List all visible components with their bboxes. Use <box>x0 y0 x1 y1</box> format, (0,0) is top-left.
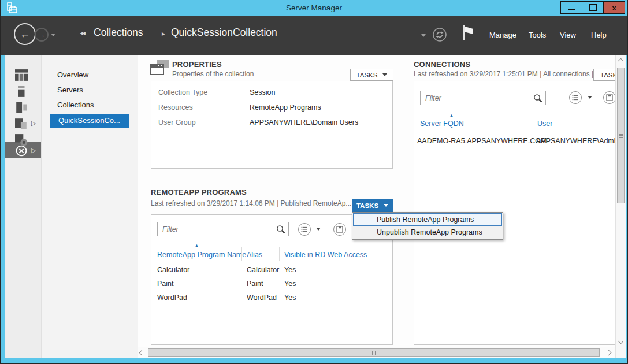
scroll-left-button[interactable] <box>140 351 144 355</box>
column-header-user[interactable]: User <box>537 120 552 128</box>
list-icon <box>301 226 308 233</box>
scroll-down-button[interactable] <box>619 339 623 343</box>
horizontal-scrollbar <box>138 347 615 358</box>
scroll-right-button[interactable] <box>607 351 611 355</box>
column-header-server-fqdn[interactable]: Server FQDN <box>420 120 464 128</box>
scroll-up-button[interactable] <box>619 59 623 63</box>
nav-pane: Overview Servers Collections QuickSessio… <box>42 55 138 358</box>
breadcrumb-separator-icon: ▸ <box>162 29 165 38</box>
sidebar-item-file-storage-icon[interactable] <box>15 117 28 130</box>
tasks-dropdown-menu: Publish RemoteApp Programs Unpublish Rem… <box>352 212 503 240</box>
content-area: ▷ ▷ Overview Servers Collections QuickSe… <box>5 55 620 358</box>
breadcrumb-current: QuickSessionCollection <box>171 27 277 39</box>
navpane-item-quicksessioncollection-selected[interactable]: QuickSessionCo... <box>50 114 129 128</box>
sidebar-item-all-servers-icon[interactable] <box>15 101 28 114</box>
column-divider <box>363 247 363 261</box>
list-icon <box>572 94 579 101</box>
rds-expand-icon[interactable]: ▷ <box>31 147 36 154</box>
menu-tools[interactable]: Tools <box>529 31 546 39</box>
column-divider <box>279 247 280 261</box>
file-storage-expand-icon[interactable]: ▷ <box>31 120 36 127</box>
refresh-dropdown-icon[interactable] <box>421 34 426 37</box>
menu-item-publish-remoteapp-programs[interactable]: Publish RemoteApp Programs <box>353 213 502 226</box>
table-row[interactable]: Calculator Calculator Yes <box>151 266 392 277</box>
list-view-caret-icon[interactable] <box>588 96 592 99</box>
forward-button[interactable]: → <box>35 28 49 42</box>
maximize-button[interactable] <box>582 2 604 13</box>
properties-box: Collection Type Session Resources Remote… <box>151 81 393 169</box>
history-dropdown-icon[interactable] <box>51 34 55 36</box>
tasks-caret-icon <box>382 73 387 76</box>
connections-filter-input[interactable] <box>420 91 546 105</box>
search-icon[interactable] <box>533 94 542 103</box>
properties-tasks-button[interactable]: TASKS <box>350 69 393 81</box>
menu-view[interactable]: View <box>560 31 576 39</box>
menu-item-unpublish-remoteapp-programs[interactable]: Unpublish RemoteApp Programs <box>353 226 502 239</box>
scrollbar-grip <box>619 134 623 138</box>
menu-manage[interactable]: Manage <box>489 31 516 39</box>
connections-title: CONNECTIONS <box>414 60 470 69</box>
sidebar-item-dashboard-icon[interactable] <box>15 69 28 81</box>
vertical-scrollbar <box>615 55 626 358</box>
prop-value-collection-type: Session <box>250 88 275 96</box>
window-title: Server Manager <box>1 3 627 12</box>
sidebar-item-local-server-icon[interactable] <box>15 85 28 98</box>
search-icon[interactable] <box>276 225 285 234</box>
list-view-options-button[interactable] <box>569 91 582 104</box>
prop-label-user-group: User Group <box>158 118 196 127</box>
navpane-item-overview[interactable]: Overview <box>42 68 137 82</box>
toolbar-divider <box>151 246 392 246</box>
refresh-icon[interactable] <box>432 27 447 42</box>
table-row[interactable]: Paint Paint Yes <box>151 280 392 291</box>
column-divider <box>533 116 533 130</box>
menu-help[interactable]: Help <box>591 31 607 39</box>
table-row[interactable]: AADEMO-RA5.APPSANYWHERE.COM APPSANYWHERE… <box>414 137 615 148</box>
connections-refreshed-text: Last refreshed on 3/29/2017 1:25:01 PM |… <box>414 70 593 78</box>
sort-ascending-icon[interactable]: ▲ <box>449 113 454 118</box>
minimize-icon <box>568 9 575 10</box>
remoteapp-filter-input[interactable] <box>157 222 289 236</box>
properties-subtitle: Properties of the collection <box>172 70 254 78</box>
notifications-flag-icon[interactable] <box>461 24 475 42</box>
close-icon: x <box>612 4 616 12</box>
properties-title: PROPERTIES <box>172 60 222 69</box>
table-row[interactable]: WordPad WordPad Yes <box>151 294 392 305</box>
breadcrumb-up-icon[interactable]: ◂◂ <box>80 29 84 37</box>
save-icon <box>606 94 613 101</box>
prop-label-resources: Resources <box>158 103 193 112</box>
vertical-scrollbar-thumb[interactable] <box>617 68 625 203</box>
navigation-bar: ← → ◂◂ Collections ▸ QuickSessionCollect… <box>1 16 627 55</box>
list-view-caret-icon[interactable] <box>316 228 321 231</box>
save-icon <box>336 226 343 233</box>
back-button[interactable]: ← <box>14 23 36 45</box>
prop-value-resources: RemoteApp Programs <box>250 103 321 112</box>
remoteapp-title: REMOTEAPP PROGRAMS <box>151 188 247 196</box>
save-view-button[interactable] <box>603 91 615 104</box>
breadcrumb-collections[interactable]: Collections <box>94 27 143 39</box>
sidebar-item-remote-desktop-services-icon[interactable] <box>15 144 28 157</box>
properties-tile-icon <box>150 60 171 77</box>
scrollbar-grip <box>372 351 376 355</box>
column-header-remoteapp-name[interactable]: RemoteApp Program Name <box>157 251 246 259</box>
maximize-icon <box>589 4 597 11</box>
prop-label-collection-type: Collection Type <box>158 88 207 96</box>
minimize-button[interactable] <box>561 2 582 13</box>
remoteapp-refreshed-text: Last refreshed on 3/29/2017 1:14:06 PM |… <box>151 199 351 207</box>
save-view-button[interactable] <box>333 223 346 236</box>
navpane-item-servers[interactable]: Servers <box>42 83 137 97</box>
navpane-item-collections[interactable]: Collections <box>42 98 137 112</box>
navbar-divider <box>454 28 454 43</box>
close-button[interactable]: x <box>604 2 625 13</box>
column-header-visible[interactable]: Visible in RD Web Access <box>284 251 367 259</box>
list-view-options-button[interactable] <box>298 223 311 236</box>
remoteapp-tasks-button[interactable]: TASKS <box>352 199 393 212</box>
sort-ascending-icon[interactable]: ▲ <box>194 243 199 248</box>
column-divider <box>241 247 242 261</box>
horizontal-scrollbar-thumb[interactable] <box>148 348 600 357</box>
tasks-caret-icon <box>384 204 388 207</box>
column-header-alias[interactable]: Alias <box>247 251 262 259</box>
prop-value-user-group: APPSANYWHERE\Domain Users <box>250 118 358 127</box>
title-bar: Server Manager x <box>1 0 627 16</box>
connections-tasks-button[interactable]: TASKS <box>593 69 615 81</box>
icon-sidebar: ▷ ▷ <box>5 55 42 358</box>
